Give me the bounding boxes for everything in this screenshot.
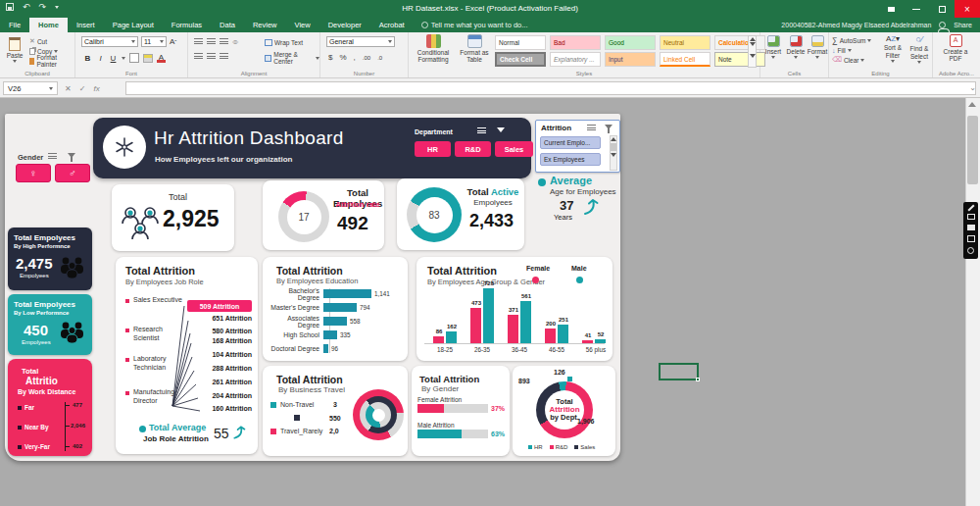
align-left-icon[interactable] bbox=[194, 53, 203, 61]
pen-icon[interactable] bbox=[967, 205, 974, 212]
window-icon[interactable] bbox=[967, 235, 975, 242]
selected-cell[interactable] bbox=[659, 363, 699, 380]
close-button[interactable]: × bbox=[955, 0, 980, 18]
display-settings-icon[interactable] bbox=[878, 0, 904, 18]
fill-button[interactable]: ↓Fill bbox=[832, 45, 871, 55]
format-as-table-button[interactable]: Format as Table bbox=[456, 34, 493, 64]
scrollbar-thumb[interactable] bbox=[967, 116, 978, 184]
horizontal-align-buttons[interactable] bbox=[194, 53, 228, 61]
tab-review[interactable]: Review bbox=[244, 18, 286, 32]
borders-icon[interactable] bbox=[129, 53, 139, 63]
style-good[interactable]: Good bbox=[605, 35, 656, 50]
gender-multiselect-icon[interactable] bbox=[48, 153, 57, 161]
autosum-button[interactable]: ∑AutoSum bbox=[832, 35, 871, 45]
department-button-rd[interactable]: R&D bbox=[455, 141, 491, 157]
tell-me-box[interactable]: Tell me what you want to do... bbox=[414, 18, 536, 32]
sort-filter-button[interactable]: AZ▾ Sort & Filter bbox=[880, 34, 906, 63]
tab-file[interactable]: File bbox=[0, 18, 29, 32]
align-top-icon[interactable] bbox=[194, 38, 203, 46]
gender-button-female[interactable]: ♀ bbox=[16, 164, 51, 182]
gender-clear-filter-icon[interactable] bbox=[68, 153, 75, 158]
grow-font-button[interactable]: Aˆ bbox=[170, 37, 176, 46]
create-pdf-button[interactable]: A Create a PDF bbox=[939, 34, 972, 63]
attrition-slicer-scrollbar[interactable] bbox=[610, 135, 617, 171]
scroll-up-icon[interactable] bbox=[968, 102, 976, 107]
wrap-text-button[interactable]: Wrap Text bbox=[265, 37, 303, 47]
maximize-button[interactable] bbox=[929, 0, 955, 18]
attrition-multiselect-icon[interactable] bbox=[587, 125, 596, 132]
style-linked-cell[interactable]: Linked Cell bbox=[660, 52, 710, 67]
department-clear-filter-icon[interactable] bbox=[497, 127, 505, 132]
camera-icon[interactable] bbox=[967, 214, 975, 220]
department-button-sales[interactable]: Sales bbox=[495, 141, 533, 157]
tab-home[interactable]: Home bbox=[29, 18, 68, 32]
conditional-formatting-button[interactable]: Conditional Formatting bbox=[413, 34, 454, 64]
recorder-icon[interactable] bbox=[967, 225, 975, 230]
tab-view[interactable]: View bbox=[286, 18, 319, 32]
gender-button-male[interactable]: ♂ bbox=[55, 164, 90, 182]
comma-format-button[interactable]: , bbox=[354, 53, 356, 62]
style-bad[interactable]: Bad bbox=[550, 35, 601, 50]
merge-center-button[interactable]: Merge & Center bbox=[265, 53, 319, 63]
share-button[interactable]: Share bbox=[954, 22, 972, 28]
scroll-down-icon[interactable] bbox=[611, 153, 616, 157]
scroll-up-icon[interactable] bbox=[611, 137, 616, 141]
align-right-icon[interactable] bbox=[220, 53, 228, 61]
collapse-formula-bar-icon[interactable]: ⌄ bbox=[969, 83, 976, 92]
underline-button[interactable]: U bbox=[109, 54, 118, 63]
format-cells-button[interactable]: Format bbox=[807, 35, 828, 59]
font-name-combo[interactable]: Calibri bbox=[81, 36, 138, 47]
tab-data[interactable]: Data bbox=[211, 18, 244, 32]
fx-icon[interactable]: fx bbox=[93, 84, 99, 93]
clear-button[interactable]: ⌫Clear bbox=[832, 55, 871, 65]
number-format-combo[interactable]: General bbox=[326, 36, 395, 47]
cut-button[interactable]: ✕Cut bbox=[29, 36, 74, 46]
style-note[interactable]: Note bbox=[714, 52, 765, 67]
font-color-icon[interactable]: A bbox=[157, 53, 166, 63]
style-check-cell[interactable]: Check Cell bbox=[495, 52, 546, 67]
tab-formulas[interactable]: Formulas bbox=[163, 18, 211, 32]
align-bottom-icon[interactable] bbox=[220, 38, 228, 46]
gear-icon[interactable] bbox=[967, 247, 974, 254]
currency-format-button[interactable]: $ bbox=[328, 53, 332, 62]
format-painter-button[interactable]: Format Painter bbox=[29, 56, 74, 66]
paste-button[interactable]: Paste bbox=[3, 34, 26, 63]
align-center-icon[interactable] bbox=[207, 53, 216, 61]
name-box[interactable]: V26 bbox=[3, 81, 58, 95]
tab-insert[interactable]: Insert bbox=[68, 18, 104, 32]
tab-developer[interactable]: Developer bbox=[319, 18, 370, 32]
attrition-clear-filter-icon[interactable] bbox=[605, 125, 612, 129]
style-normal[interactable]: Normal bbox=[495, 35, 546, 50]
cancel-formula-icon[interactable]: ✕ bbox=[65, 84, 72, 93]
name-box-dropdown-icon[interactable] bbox=[49, 87, 53, 90]
vertical-align-buttons[interactable]: ⌯ bbox=[194, 37, 238, 47]
underline-dropdown-icon[interactable] bbox=[122, 57, 125, 60]
department-multiselect-icon[interactable] bbox=[477, 127, 486, 135]
align-middle-icon[interactable] bbox=[207, 38, 216, 46]
font-size-combo[interactable]: 11 bbox=[141, 36, 167, 47]
bold-button[interactable]: B bbox=[83, 54, 92, 63]
delete-cells-button[interactable]: Delete bbox=[785, 35, 807, 59]
increase-decimal-button[interactable]: .00 bbox=[363, 55, 370, 61]
decrease-decimal-button[interactable]: .0 bbox=[377, 55, 382, 61]
department-button-hr[interactable]: HR bbox=[415, 141, 451, 157]
minimize-button[interactable] bbox=[904, 0, 929, 18]
italic-button[interactable]: I bbox=[96, 54, 105, 63]
attrition-item-ex[interactable]: Ex Employees bbox=[540, 153, 601, 166]
formula-input[interactable] bbox=[125, 81, 976, 95]
style-explanatory[interactable]: Explanatory ... bbox=[550, 52, 601, 67]
style-neutral[interactable]: Neutral bbox=[660, 35, 710, 50]
styles-gallery-scrollbar[interactable] bbox=[748, 35, 757, 68]
fill-handle[interactable] bbox=[696, 378, 700, 381]
tab-page-layout[interactable]: Page Layout bbox=[104, 18, 163, 32]
fill-color-icon[interactable] bbox=[143, 54, 153, 63]
attrition-item-current[interactable]: Current Emplo... bbox=[540, 136, 601, 149]
style-input[interactable]: Input bbox=[605, 52, 656, 67]
orientation-icon[interactable]: ⌯ bbox=[232, 37, 238, 47]
style-calculation[interactable]: Calculation bbox=[714, 35, 765, 50]
find-select-button[interactable]: ○⁄ Find & Select bbox=[906, 34, 932, 64]
enter-formula-icon[interactable]: ✓ bbox=[79, 84, 86, 93]
insert-cells-button[interactable]: Insert bbox=[762, 35, 784, 59]
tab-acrobat[interactable]: Acrobat bbox=[370, 18, 414, 32]
percent-format-button[interactable]: % bbox=[339, 53, 346, 62]
